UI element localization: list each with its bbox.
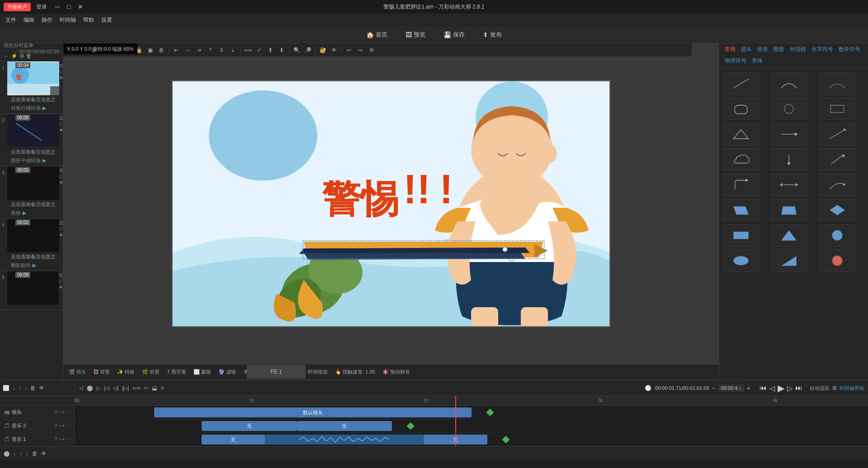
tl-align-3[interactable]: ▷ [95, 384, 101, 392]
shape-rectangle[interactable] [723, 224, 759, 247]
scene-5-icon-2[interactable]: □ [59, 279, 63, 284]
settings-icon[interactable]: ⚙ [19, 53, 24, 59]
tool-align-b[interactable]: ⇣ [228, 45, 238, 55]
mask-btn[interactable]: ⬜ 蒙版 [192, 368, 213, 376]
tool-settings2[interactable]: ⚙ [367, 45, 377, 55]
tab-chem[interactable]: 化字符号 [810, 45, 835, 54]
scene-thumb-5[interactable]: 00:09 [7, 271, 59, 305]
tl-bottom-icon-1[interactable]: ⬤ [4, 450, 9, 457]
music1-clip-1[interactable]: 无 [202, 435, 265, 445]
menu-edit[interactable]: 编辑 [24, 16, 34, 24]
lens-btn[interactable]: 🎬 镜头 [67, 368, 88, 376]
shape-right-triangle[interactable] [771, 249, 807, 272]
shape-arrow-down[interactable] [771, 148, 807, 171]
delete-icon[interactable]: 🗑 [26, 53, 32, 59]
effects-btn[interactable]: ✨ 特效 [115, 368, 137, 376]
scene-label-3[interactable]: 点击添加备注信息之 [7, 200, 59, 209]
tool-lock3[interactable]: 🔐 [318, 45, 328, 55]
publish-btn[interactable]: ⬆ 发布 [479, 29, 505, 41]
tool-dist-h[interactable]: ⟺ [243, 45, 253, 55]
camera-more-btn[interactable]: ⋯ [66, 409, 71, 415]
music1-help-btn[interactable]: ? [54, 436, 57, 442]
move-left-icon[interactable]: ← [4, 53, 9, 59]
tab-shapes[interactable]: 图形 [772, 45, 786, 54]
tab-rect[interactable]: 矩形 [755, 45, 770, 54]
preview-btn[interactable]: 🖼 预览 [402, 29, 429, 41]
scene-5-icon-1[interactable]: ☰ [59, 273, 63, 278]
shape-ellipse[interactable] [723, 249, 759, 272]
music2-plus-btn[interactable]: + [62, 423, 65, 429]
camera-help-btn[interactable]: ? [54, 409, 57, 415]
menu-settings[interactable]: 设置 [101, 16, 112, 24]
tl-align-1[interactable]: ◁ [78, 384, 84, 392]
tl-bottom-icon-5[interactable]: 🗑 [32, 450, 38, 457]
tl-align-10[interactable]: ≡ [160, 384, 165, 392]
shape-curve1[interactable] [771, 72, 807, 95]
scene-1-icon-3[interactable]: ★ [59, 75, 63, 80]
scene-4-icon-1[interactable]: ☰ [59, 220, 63, 225]
scene-3-icon-3[interactable]: ★ [59, 180, 63, 185]
music2-clip-dot[interactable] [407, 422, 415, 430]
shape-trapezoid[interactable] [771, 199, 807, 221]
tab-speech[interactable]: 对话框 [788, 45, 808, 54]
music1-more-btn[interactable]: ⋯ [66, 436, 71, 442]
shape-loop[interactable] [723, 98, 759, 120]
shape-triangle-filled[interactable] [771, 224, 807, 247]
tab-arrows[interactable]: 箭头 [739, 45, 754, 54]
tool-order-b[interactable]: ⬇ [277, 45, 287, 55]
music1-waveform[interactable] [265, 435, 424, 445]
menu-ops[interactable]: 操作 [42, 16, 52, 24]
upgrade-btn[interactable]: 升级账户 [4, 3, 31, 11]
shape-bend-arrow[interactable] [723, 173, 759, 196]
scene-thumb-2[interactable]: 00:08 [7, 114, 59, 148]
tool-dist-v[interactable]: ⤢ [254, 45, 264, 55]
scene-2-icon-2[interactable]: □ [59, 122, 63, 126]
tool-zoom-in2[interactable]: 🔍 [292, 45, 302, 55]
scene-thumb-3[interactable]: 00:03 [7, 166, 59, 200]
tl-tool-4[interactable]: ↓ [24, 384, 28, 392]
tl-tool-3[interactable]: ↑ [18, 384, 22, 392]
tab-math[interactable]: 数学符号 [837, 45, 862, 54]
camera-plus-btn[interactable]: + [62, 409, 65, 415]
close-btn[interactable]: ✕ [75, 3, 86, 10]
drag-mute-btn[interactable]: 🔇 拖动静音 [381, 368, 412, 376]
tl-bottom-icon-6[interactable]: 👁 [41, 450, 47, 457]
shape-arrow-up-right[interactable] [819, 148, 855, 171]
shape-cloud[interactable] [723, 148, 759, 171]
music2-clip-1[interactable]: 无 [202, 421, 297, 431]
tl-bottom-icon-4[interactable]: ↓ [26, 450, 28, 457]
shape-double-arrow[interactable] [771, 173, 807, 196]
tab-common[interactable]: 常用 [723, 45, 737, 54]
shape-arc[interactable] [819, 72, 855, 95]
shape-circle-dash[interactable] [771, 98, 807, 120]
shape-zigzag[interactable] [819, 123, 855, 145]
home-btn[interactable]: 🏠 首页 [363, 29, 391, 41]
shape-arrow-right[interactable] [771, 123, 807, 145]
tl-bottom-icon-2[interactable]: ↓ [13, 450, 16, 457]
tl-align-4[interactable]: |◁ [103, 384, 110, 392]
tl-minus-btn[interactable]: − [712, 384, 715, 392]
scene-3-icon-1[interactable]: ☰ [59, 168, 63, 173]
tl-plus-btn[interactable]: + [747, 384, 750, 392]
tl-tool-5[interactable]: 🗑 [29, 384, 37, 392]
music2-minus-btn[interactable]: − [58, 423, 61, 429]
tl-align-9[interactable]: ⬓ [151, 384, 158, 392]
scene-play-3[interactable]: ▶ [23, 210, 26, 216]
tl-align-6[interactable]: |▷| [121, 384, 130, 392]
shape-circle-filled[interactable] [819, 224, 855, 247]
menu-help[interactable]: 帮助 [83, 16, 94, 24]
tl-align-7[interactable]: ⟺ [132, 384, 141, 392]
canvas-frame[interactable]: 警惕 !! ! [172, 80, 610, 327]
tl-bottom-icon-3[interactable]: ↑ [19, 450, 22, 457]
scene-thumb-1[interactable]: 00:04 警 [7, 61, 59, 95]
menu-file[interactable]: 文件 [5, 16, 16, 24]
tool-align-m[interactable]: ⇕ [217, 45, 226, 55]
speed-icon[interactable]: ⚡ [11, 53, 18, 59]
tool-group[interactable]: ▣ [145, 45, 155, 55]
tl-align-8[interactable]: ⇿ [143, 384, 149, 392]
tool-undo[interactable]: ↩ [344, 45, 354, 55]
pb-back-btn[interactable]: ◁ [769, 384, 775, 393]
music1-plus-btn[interactable]: + [62, 436, 65, 442]
scene-4-icon-2[interactable]: □ [59, 226, 63, 231]
maximize-btn[interactable]: □ [64, 3, 73, 10]
